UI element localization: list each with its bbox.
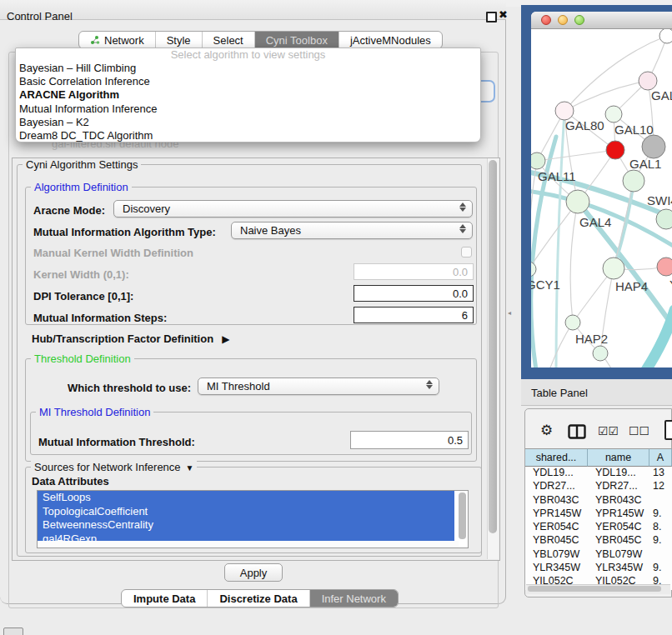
tab-style[interactable]: Style (156, 32, 203, 48)
tab-jactivemnodules[interactable]: jActiveMNodules (339, 32, 442, 48)
table-cell: YPR145W (525, 508, 588, 521)
node-label: GAL11 (538, 169, 576, 183)
settings-scrollbar-thumb[interactable] (489, 160, 497, 533)
table-cell: YDL19... (588, 467, 649, 480)
algorithm-option[interactable]: ARACNE Algorithm (16, 88, 480, 102)
data-attributes-label: Data Attributes (32, 475, 109, 488)
float-window-icon[interactable] (486, 12, 497, 22)
node-label: HAP2 (575, 332, 608, 346)
column-header[interactable]: A (649, 448, 672, 467)
collapse-down-icon[interactable]: ▼ (186, 463, 194, 472)
close-icon[interactable]: ✖ (499, 8, 508, 21)
column-header[interactable]: shared... (525, 448, 588, 467)
hub-transcription-label: Hub/Transcription Factor Definition (32, 332, 213, 345)
aracne-mode-combo[interactable]: Discovery (113, 200, 473, 218)
minimize-traffic-light-icon[interactable] (558, 15, 568, 25)
table-row[interactable]: YDR27...YDR27...12 (525, 480, 672, 493)
control-panel-titlebar[interactable] (0, 0, 506, 20)
tab-network[interactable]: Network (79, 32, 156, 48)
network-node[interactable] (531, 152, 545, 169)
network-edge[interactable] (556, 111, 564, 368)
network-node[interactable] (565, 315, 580, 330)
network-node[interactable] (603, 258, 624, 279)
table-cell: YDL19... (525, 467, 588, 480)
network-edge[interactable] (646, 310, 672, 368)
gear-icon[interactable]: ⚙ (540, 422, 553, 439)
network-node[interactable] (657, 258, 672, 276)
table-row[interactable]: YDL19...YDL19...13 (525, 467, 672, 480)
split-divider-icon[interactable]: ◂ (508, 309, 511, 317)
mi-threshold-label: Mutual Information Threshold: (38, 436, 195, 448)
data-attribute-item[interactable]: TopologicalCoefficient (38, 505, 454, 519)
mi-threshold-field[interactable]: 0.5 (350, 431, 469, 449)
network-node[interactable] (606, 141, 624, 159)
which-threshold-combo[interactable]: MI Threshold (198, 378, 439, 395)
attr-list-scrollbar-thumb[interactable] (459, 492, 466, 539)
algorithm-option[interactable]: Dream8 DC_TDC Algorithm (16, 129, 480, 142)
table-row[interactable]: YBR043CYBR043C (525, 494, 672, 508)
table-row[interactable]: YLR345WYLR345W9. (525, 562, 672, 575)
table-row[interactable]: YBL079WYBL079W (525, 548, 672, 562)
stepper-icon (426, 380, 433, 389)
hub-transcription-section[interactable]: Hub/Transcription Factor Definition▶ (32, 332, 229, 345)
table-hscroll-thumb[interactable] (528, 586, 661, 592)
bottom-tab-infer-network[interactable]: Infer Network (310, 590, 398, 607)
network-node[interactable] (555, 102, 574, 120)
table-cell: YLR345W (588, 562, 649, 575)
tab-select[interactable]: Select (203, 32, 255, 48)
table-header-row: shared...nameA (525, 448, 672, 467)
algorithm-option[interactable]: Mutual Information Inference (16, 102, 480, 116)
table-cell: YBL079W (588, 548, 649, 562)
network-node[interactable] (659, 28, 672, 43)
network-window-titlebar[interactable] (531, 12, 672, 29)
network-edge[interactable] (564, 81, 648, 111)
table-row[interactable]: YBR045CYBR045C9. (525, 534, 672, 548)
network-node[interactable] (566, 190, 589, 213)
network-node[interactable] (642, 135, 665, 158)
data-attribute-item[interactable]: BetweennessCentrality (38, 518, 454, 532)
network-node[interactable] (531, 262, 536, 277)
apply-button[interactable]: Apply (224, 563, 283, 582)
algorithm-dropdown-popup: Select algorithm to view settings Bayesi… (15, 48, 481, 142)
kernel-width-label: Kernel Width (0,1): (33, 268, 129, 281)
bottom-tab-impute-data[interactable]: Impute Data (122, 590, 208, 607)
network-node[interactable] (656, 209, 672, 229)
close-traffic-light-icon[interactable] (541, 15, 551, 25)
zoom-traffic-light-icon[interactable] (574, 15, 584, 25)
data-attributes-list[interactable]: SelfLoopsTopologicalCoefficientBetweenne… (37, 490, 469, 548)
bottom-left-partial-button[interactable] (3, 628, 23, 635)
partial-toolbar-icon[interactable] (664, 420, 672, 440)
network-canvas[interactable]: GALGAL80GAL10GAL1GAL11SWI4GAL4GCY1HAP4YH… (531, 28, 672, 368)
manual-kernel-checkbox[interactable] (461, 247, 472, 258)
bottom-tab-discretize-data[interactable]: Discretize Data (208, 590, 309, 607)
table-row[interactable]: YER054CYER054C8. (525, 521, 672, 534)
network-edge[interactable] (537, 150, 615, 161)
network-node[interactable] (605, 106, 622, 122)
kernel-width-field[interactable]: 0.0 (354, 263, 474, 280)
network-graph: GALGAL80GAL10GAL1GAL11SWI4GAL4GCY1HAP4YH… (531, 28, 672, 368)
network-node[interactable] (623, 170, 644, 192)
mi-type-combo[interactable]: Naive Bayes (231, 222, 473, 239)
tab-label: jActiveMNodules (350, 34, 431, 47)
column-header[interactable]: name (588, 448, 649, 467)
mi-type-label: Mutual Information Algorithm Type: (33, 226, 216, 238)
tab-label: Select (213, 34, 243, 47)
expand-right-icon[interactable]: ▶ (222, 333, 229, 345)
algorithm-option[interactable]: Bayesian – K2 (16, 116, 480, 129)
deselect-all-checkboxes-icon[interactable]: ☐☐ (629, 424, 649, 438)
columns-icon[interactable] (568, 424, 586, 443)
mi-steps-field[interactable]: 6 (354, 307, 474, 323)
control-panel-title: Control Panel (7, 10, 73, 22)
select-all-checkboxes-icon[interactable]: ☑☑ (598, 424, 619, 438)
table-row[interactable]: YPR145WYPR145W9. (525, 508, 672, 521)
dpi-tolerance-field[interactable]: 0.0 (354, 285, 474, 302)
mi-steps-label: Mutual Information Steps: (33, 312, 167, 324)
network-node[interactable] (639, 72, 657, 90)
attr-list-hscroll[interactable] (38, 541, 459, 548)
network-node[interactable] (593, 346, 608, 361)
tab-cyni-toolbox[interactable]: Cyni Toolbox (255, 32, 339, 48)
network-edge[interactable] (570, 202, 578, 322)
algorithm-option[interactable]: Bayesian – Hill Climbing (16, 62, 480, 75)
algorithm-option[interactable]: Basic Correlation Inference (16, 75, 480, 88)
data-attribute-item[interactable]: SelfLoops (38, 491, 454, 505)
